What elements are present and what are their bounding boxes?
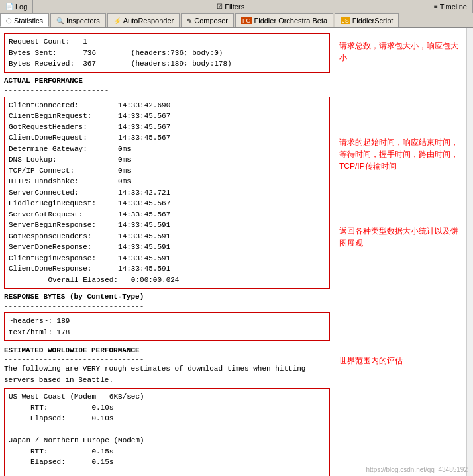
tab-fiddlerscript[interactable]: JS FiddlerScript <box>335 13 399 27</box>
actual-performance-data: ClientConnected: 14:33:42.690 ClientBegi… <box>9 100 325 275</box>
filters-icon: ☑ <box>217 3 223 10</box>
response-bytes-data: ~headers~: 189 text/html: 178 <box>9 316 325 338</box>
toolbar-row: ◷ Statistics 🔍 Inspectors ⚡ AutoResponde… <box>0 13 473 28</box>
log-icon: 📄 <box>5 3 13 10</box>
worldwide-data-box: US West Coast (Modem - 6KB/sec) RTT: 0.1… <box>4 388 330 476</box>
request-info-box: Request Count: 1 Bytes Sent: 736 (header… <box>4 33 330 73</box>
left-panel: Request Count: 1 Bytes Sent: 736 (header… <box>0 28 334 476</box>
tab-composer[interactable]: ✎ Composer <box>181 13 234 27</box>
worldwide-intro: The following are VERY rough estimates o… <box>4 363 330 385</box>
tab-log[interactable]: 📄 Log <box>0 0 33 13</box>
note-request-info: 请求总数，请求包大小，响应包大小 <box>339 40 461 64</box>
composer-icon: ✎ <box>187 17 192 24</box>
worldwide-data: US West Coast (Modem - 6KB/sec) RTT: 0.1… <box>9 391 325 476</box>
overall-elapsed: Overall Elapsed: 0:00:00.024 <box>9 275 325 286</box>
response-bytes-dashes: -------------------------------- <box>4 302 330 310</box>
js-icon: JS <box>341 17 350 24</box>
tab-bar-top: 📄 Log ☑ Filters ≡ Timeline <box>0 0 473 13</box>
main-content: Request Count: 1 Bytes Sent: 736 (header… <box>0 28 473 476</box>
watermark: https://blog.csdn.net/qq_43485192 <box>366 466 468 473</box>
response-bytes-box: ~headers~: 189 text/html: 178 <box>4 312 330 341</box>
inspectors-icon: 🔍 <box>56 17 64 24</box>
tab-autoresponder[interactable]: ⚡ AutoResponder <box>107 13 180 27</box>
tab-fiddler-orchestra[interactable]: FO Fiddler Orchestra Beta <box>235 13 333 27</box>
worldwide-title: ESTIMATED WORLDWIDE PERFORMANCE <box>4 346 330 354</box>
tab-inspectors[interactable]: 🔍 Inspectors <box>50 13 106 27</box>
response-bytes-title: RESPONSE BYTES (by Content-Type) <box>4 293 330 301</box>
scrollbar[interactable] <box>466 28 473 476</box>
note-worldwide: 世界范围内的评估 <box>339 355 461 367</box>
statistics-icon: ◷ <box>6 17 12 24</box>
autoresponder-icon: ⚡ <box>113 17 121 24</box>
timeline-icon: ≡ <box>434 3 438 10</box>
right-panel: 请求总数，请求包大小，响应包大小 请求的起始时间，响应结束时间，等待时间，握手时… <box>334 28 466 476</box>
worldwide-dashes: -------------------------------- <box>4 356 330 363</box>
actual-performance-box: ClientConnected: 14:33:42.690 ClientBegi… <box>4 97 330 289</box>
note-actual-performance: 请求的起始时间，响应结束时间，等待时间，握手时间，路由时间，TCP/IP传输时间 <box>339 136 461 172</box>
tab-timeline[interactable]: ≡ Timeline <box>429 0 473 13</box>
request-info-text: Request Count: 1 Bytes Sent: 736 (header… <box>9 36 325 70</box>
worldwide-performance-section: ESTIMATED WORLDWIDE PERFORMANCE --------… <box>4 346 330 476</box>
actual-performance-section: ACTUAL PERFORMANCE ---------------------… <box>4 77 330 289</box>
tab-filters[interactable]: ☑ Filters <box>211 0 250 13</box>
note-response-bytes: 返回各种类型数据大小统计以及饼图展观 <box>339 225 461 249</box>
fo-icon: FO <box>241 17 252 24</box>
actual-performance-dashes: ------------------------ <box>4 86 330 94</box>
actual-performance-title: ACTUAL PERFORMANCE <box>4 77 330 85</box>
response-bytes-section: RESPONSE BYTES (by Content-Type) -------… <box>4 293 330 341</box>
tab-statistics[interactable]: ◷ Statistics <box>0 13 49 27</box>
